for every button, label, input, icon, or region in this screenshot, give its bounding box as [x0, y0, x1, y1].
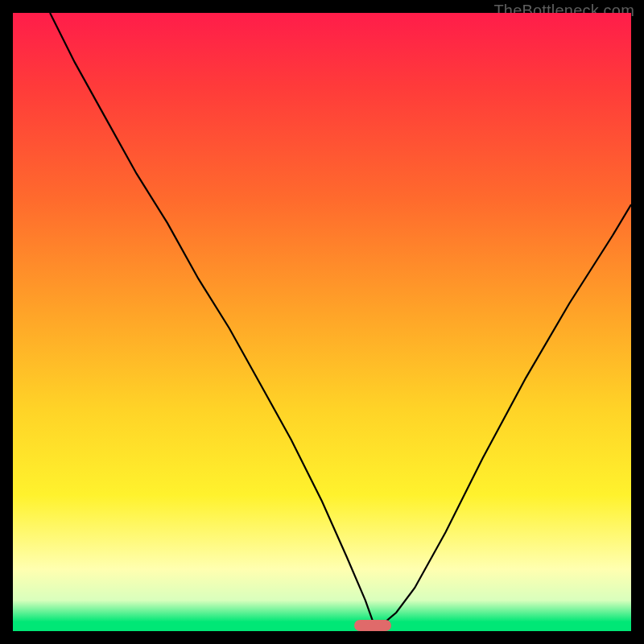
bottleneck-curve-path	[50, 13, 631, 626]
chart-frame: TheBottleneck.com	[0, 0, 644, 644]
curve-svg	[13, 13, 631, 631]
optimal-marker	[354, 620, 391, 631]
plot-area	[13, 13, 631, 631]
